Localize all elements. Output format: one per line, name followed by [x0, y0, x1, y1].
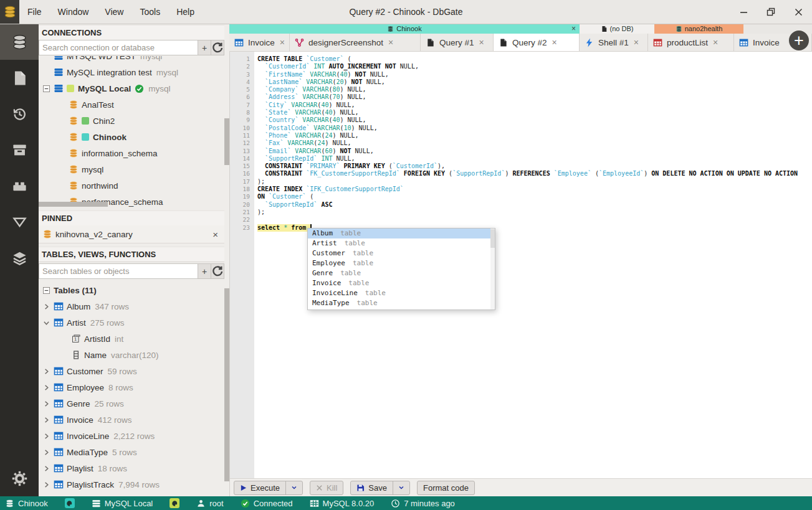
close-tab-icon[interactable]: × — [479, 37, 484, 47]
menu-window[interactable]: Window — [50, 0, 97, 24]
activity-layers-icon[interactable] — [0, 240, 39, 276]
refresh-connections-button[interactable] — [211, 40, 224, 55]
chevron-right-icon[interactable] — [42, 303, 50, 311]
connections-scrollbar[interactable] — [224, 118, 229, 165]
tab-group-chinook[interactable]: Chinook× — [229, 24, 580, 34]
menu-view[interactable]: View — [97, 0, 131, 24]
chevron-right-icon[interactable] — [42, 384, 50, 392]
minimize-button[interactable] — [730, 0, 757, 24]
tab-group--no-db-[interactable]: (no DB) — [580, 24, 654, 34]
autocomplete-scrollbar[interactable] — [490, 229, 495, 309]
connection-item-northwind[interactable]: northwind — [39, 177, 224, 194]
table-item-tables-11-[interactable]: Tables (11) — [39, 282, 224, 298]
tables-search-input[interactable] — [39, 263, 198, 279]
table-item-invoice[interactable]: Invoice412 rows — [39, 412, 224, 428]
status-connection-color[interactable] — [170, 498, 179, 508]
connection-item-mysql-local[interactable]: MySQL Localmysql — [39, 80, 224, 97]
close-tab-icon[interactable]: × — [388, 37, 393, 47]
chevron-right-icon[interactable] — [42, 400, 50, 408]
table-item-album[interactable]: Album347 rows — [39, 298, 224, 314]
connection-item-chinook[interactable]: Chinook — [39, 129, 224, 145]
pinned-item[interactable]: knihovna_v2_canary× — [39, 225, 224, 243]
close-tab-icon[interactable]: × — [634, 37, 639, 47]
expander-icon[interactable] — [42, 85, 50, 93]
save-dropdown-button[interactable] — [393, 481, 409, 494]
autocomplete-item-customer[interactable]: Customertable — [308, 248, 495, 258]
chevron-right-icon[interactable] — [42, 416, 50, 424]
close-group-icon[interactable]: × — [571, 24, 576, 34]
autocomplete-item-genre[interactable]: Genretable — [308, 268, 495, 278]
expander-icon[interactable] — [42, 286, 50, 295]
activity-archive-icon[interactable] — [0, 132, 39, 168]
autocomplete-item-employee[interactable]: Employeetable — [308, 258, 495, 268]
chevron-right-icon[interactable] — [42, 465, 50, 473]
tables-scrollbar[interactable] — [224, 288, 229, 481]
activity-filter-icon[interactable] — [0, 204, 39, 240]
menu-help[interactable]: Help — [168, 0, 203, 24]
chevron-down-icon[interactable] — [42, 319, 50, 327]
table-item-artist[interactable]: Artist275 rows — [39, 314, 224, 331]
chevron-right-icon[interactable] — [42, 432, 50, 440]
connections-search-input[interactable] — [39, 40, 198, 55]
table-item-invoiceline[interactable]: InvoiceLine2,212 rows — [39, 428, 224, 444]
chevron-right-icon[interactable] — [42, 448, 50, 456]
connection-item-information-schema[interactable]: information_schema — [39, 145, 224, 161]
connection-item-mysql[interactable]: mysql — [39, 161, 224, 177]
menu-tools[interactable]: Tools — [131, 0, 168, 24]
tab-invoice[interactable]: Invoice× — [229, 34, 290, 51]
chevron-right-icon[interactable] — [42, 481, 50, 489]
tab-productlist[interactable]: productList× — [648, 34, 734, 51]
connection-item-analtest[interactable]: AnalTest — [39, 97, 224, 113]
sql-editor[interactable]: 1CREATE TABLE `Customer` (2 `CustomerId`… — [229, 52, 812, 478]
table-item-employee[interactable]: Employee8 rows — [39, 379, 224, 395]
chevron-right-icon[interactable] — [42, 367, 50, 375]
tab-shell-1[interactable]: Shell #1× — [580, 34, 648, 51]
column-item-artistid[interactable]: 1ArtistIdint — [39, 331, 224, 347]
autocomplete-item-invoice[interactable]: Invoicetable — [308, 278, 495, 288]
status-database-color[interactable] — [65, 498, 75, 508]
status-database[interactable]: Chinook — [5, 499, 48, 508]
activity-file-icon[interactable] — [0, 60, 39, 96]
close-tab-icon[interactable]: × — [713, 37, 718, 47]
table-item-playlisttrack[interactable]: PlaylistTrack7,994 rows — [39, 476, 224, 493]
menu-file[interactable]: File — [19, 0, 50, 24]
autocomplete-item-album[interactable]: Albumtable — [308, 229, 495, 238]
execute-dropdown-button[interactable] — [285, 481, 302, 494]
autocomplete-item-mediatype[interactable]: MediaTypetable — [308, 298, 495, 308]
activity-database-icon[interactable] — [0, 24, 39, 60]
table-item-customer[interactable]: Customer59 rows — [39, 363, 224, 379]
column-item-name[interactable]: Namevarchar(120) — [39, 347, 224, 363]
connection-item-chin2[interactable]: Chin2 — [39, 113, 224, 129]
autocomplete-popup: AlbumtableArtisttableCustomertableEmploy… — [307, 228, 495, 310]
add-object-button[interactable]: + — [198, 263, 211, 279]
add-connection-button[interactable]: + — [198, 40, 211, 55]
activity-plugin-icon[interactable] — [0, 168, 39, 204]
refresh-tables-button[interactable] — [211, 263, 224, 279]
autocomplete-item-artist[interactable]: Artisttable — [308, 238, 495, 248]
autocomplete-item-invoiceline[interactable]: InvoiceLinetable — [308, 288, 495, 298]
tab-designerscreenshot[interactable]: designerScreenshot× — [290, 34, 421, 51]
code-line: 11 `Phone` VARCHAR(24) NULL, — [229, 132, 812, 139]
restore-button[interactable] — [757, 0, 785, 24]
new-tab-button[interactable]: + — [788, 29, 810, 52]
status-user[interactable]: root — [196, 499, 223, 508]
connection-item-mysql-wd-test[interactable]: MYSQL WD TESTmysql — [39, 56, 224, 64]
table-item-playlist[interactable]: Playlist18 rows — [39, 460, 224, 476]
connection-item-mysql-integration-test[interactable]: MySQL integration testmysql — [39, 64, 224, 80]
close-tab-icon[interactable]: × — [280, 37, 285, 47]
format-code-button[interactable]: Format code — [417, 481, 475, 495]
connections-hscrollbar[interactable] — [39, 202, 108, 207]
close-button[interactable] — [785, 0, 812, 24]
tab-query-1[interactable]: Query #1× — [421, 34, 494, 51]
tab-query-2[interactable]: Query #2× — [494, 34, 580, 51]
unpin-button[interactable]: × — [213, 229, 218, 240]
activity-history-icon[interactable] — [0, 96, 39, 132]
tab-group-nano2health[interactable]: nano2health — [654, 24, 743, 34]
table-item-mediatype[interactable]: MediaType5 rows — [39, 444, 224, 460]
close-tab-icon[interactable]: × — [552, 37, 557, 47]
status-connection[interactable]: MySQL Local — [92, 499, 153, 508]
activity-settings-icon[interactable] — [0, 460, 39, 496]
save-button[interactable]: Save — [350, 481, 410, 495]
execute-button[interactable]: Execute — [234, 481, 303, 495]
table-item-genre[interactable]: Genre25 rows — [39, 395, 224, 412]
